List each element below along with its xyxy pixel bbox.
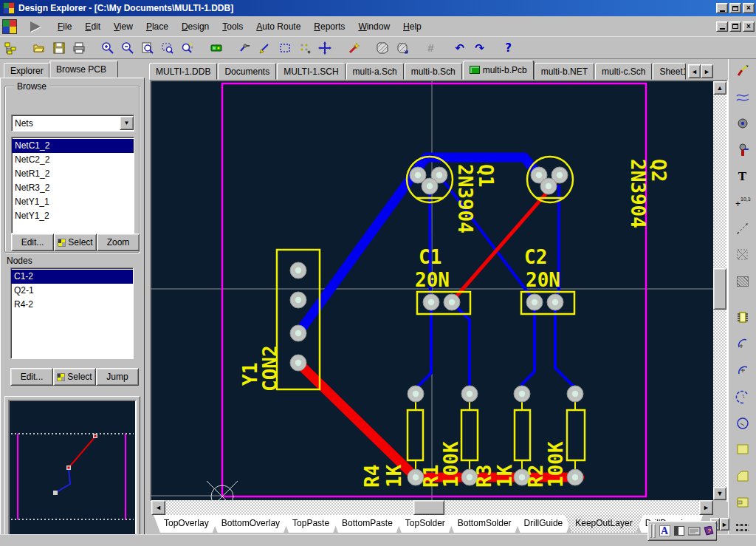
list-item-net[interactable]: NetC1_2 [12, 139, 134, 153]
place-fill-button[interactable] [732, 441, 753, 458]
help-book-button[interactable]: ? [701, 524, 716, 539]
close-button[interactable]: × [743, 3, 755, 13]
scroll-down-button[interactable]: ▼ [713, 487, 726, 500]
label-q1-ref[interactable]: Q1 [475, 164, 497, 187]
pad[interactable] [567, 469, 583, 485]
outline-r4[interactable] [408, 410, 423, 460]
doc-tab-scroll-right[interactable]: ► [701, 64, 713, 78]
label-q1-value[interactable]: 2N3904 [454, 164, 476, 233]
place-pad-button[interactable] [732, 115, 753, 132]
menu-place[interactable]: Place [140, 17, 175, 36]
pad[interactable] [290, 355, 306, 371]
document-icon[interactable] [2, 19, 17, 34]
help-button[interactable]: ? [498, 38, 518, 58]
deselect-button[interactable] [295, 38, 315, 58]
place-track-button[interactable] [732, 63, 753, 80]
menu-reports[interactable]: Reports [307, 17, 351, 36]
toggle-grid-button[interactable]: # [421, 38, 441, 58]
place-coordinate-button[interactable]: 10,10+ [732, 194, 753, 211]
move-button[interactable] [315, 38, 334, 58]
pad[interactable] [408, 386, 424, 402]
combo-dropdown-button[interactable]: ▼ [120, 116, 134, 130]
place-dimension-button[interactable] [732, 220, 753, 237]
select-area-button[interactable] [275, 38, 295, 58]
tab-browse-pcb[interactable]: Browse PCB [49, 61, 118, 78]
zoom-in-button[interactable] [97, 38, 117, 58]
zoom-selection-button[interactable] [177, 38, 197, 58]
outline-r2[interactable] [567, 410, 585, 460]
child-restore-button[interactable] [729, 21, 741, 32]
menu-help[interactable]: Help [396, 17, 428, 36]
node-jump-button[interactable]: Jump [96, 368, 139, 386]
label-c2-value[interactable]: 20N [526, 269, 560, 291]
doc-tab-multi1-sch[interactable]: MULTI-1.SCH [277, 63, 345, 80]
label-r3-ref[interactable]: R3 [473, 465, 495, 488]
browse-mode-combo[interactable]: Nets ▼ [11, 115, 134, 132]
list-item-net[interactable]: NetR1_2 [12, 167, 134, 181]
label-r1-ref[interactable]: R1 [420, 465, 442, 488]
net-zoom-button[interactable]: Zoom [97, 233, 140, 251]
doc-tab-documents[interactable]: Documents [218, 63, 276, 80]
layer-tab-scroll-right[interactable]: ► [720, 518, 729, 530]
pad[interactable] [290, 325, 306, 341]
layer-tab-drillguide[interactable]: DrillGuide [514, 515, 574, 533]
trace-blue[interactable] [555, 302, 575, 392]
vertical-scrollbar[interactable]: ▲ ▼ [713, 81, 726, 500]
place-arc-center-button[interactable] [732, 362, 753, 379]
open-document-button[interactable] [29, 38, 49, 58]
redo-button[interactable]: ↷ [470, 38, 489, 58]
layer-tab-toppaste[interactable]: TopPaste [282, 515, 340, 533]
zoom-area-button[interactable] [157, 38, 177, 58]
menu-view[interactable]: View [107, 17, 140, 36]
place-fill-hatched-button[interactable] [732, 273, 753, 290]
place-polygon-plane-button[interactable] [732, 467, 753, 484]
layer-tab-keepoutlayer[interactable]: KeepOutLayer [565, 515, 642, 533]
floating-toolbar[interactable]: A ? [647, 521, 717, 541]
polygon-repour-button[interactable] [392, 38, 412, 58]
keyboard-button[interactable] [687, 524, 701, 539]
menu-file[interactable]: File [51, 17, 78, 36]
list-item-node[interactable]: Q2-1 [11, 284, 133, 298]
panel-toggle-button[interactable] [672, 524, 687, 539]
child-minimize-button[interactable] [716, 21, 728, 32]
place-via-button[interactable] [732, 142, 753, 159]
zoom-all-button[interactable] [137, 38, 157, 58]
zoom-out-button[interactable] [117, 38, 137, 58]
list-item-net[interactable]: NetY1_1 [12, 195, 134, 209]
net-preview-minimap[interactable] [4, 396, 140, 542]
trace-blue[interactable] [522, 302, 535, 392]
node-edit-button[interactable]: Edit... [10, 368, 53, 386]
pad[interactable] [290, 262, 306, 279]
place-room-button[interactable] [732, 247, 753, 264]
list-item-node[interactable]: C1-2 [11, 270, 133, 284]
scroll-right-button[interactable]: ► [699, 500, 713, 515]
label-y1-ref[interactable]: Y1 [239, 363, 261, 386]
label-r3-value[interactable]: 1K [494, 464, 516, 488]
minimize-button[interactable] [716, 3, 728, 13]
menu-edit[interactable]: Edit [78, 17, 107, 36]
net-select-button[interactable]: Select [54, 233, 97, 251]
trace-blue[interactable] [439, 175, 533, 299]
pad[interactable] [461, 386, 478, 402]
top-layer-traces[interactable] [298, 178, 580, 477]
pcb-canvas[interactable]: Q1 2N3904 Q2 2N3904 C1 20N C2 20N Y1 CON… [151, 81, 713, 500]
node-select-button[interactable]: Select [53, 368, 96, 386]
label-c2-ref[interactable]: C2 [524, 246, 547, 268]
label-y1-value[interactable]: CON2 [259, 345, 281, 392]
horizontal-scrollbar[interactable]: ◄ ► [151, 500, 713, 515]
pads[interactable] [290, 167, 583, 485]
label-r1-value[interactable]: 100K [440, 441, 462, 488]
save-button[interactable] [49, 38, 69, 58]
doc-tab-multi-a-sch[interactable]: multi-a.Sch [346, 63, 404, 80]
vertical-scroll-thumb[interactable] [713, 268, 726, 310]
menu-tools[interactable]: Tools [216, 17, 250, 36]
pad[interactable] [547, 294, 563, 310]
wizard-button[interactable] [343, 38, 363, 58]
layer-tab-bottompaste[interactable]: BottomPaste [331, 515, 403, 533]
trace-blue[interactable] [452, 302, 470, 392]
layer-tab-bottomoverlay[interactable]: BottomOverlay [211, 515, 290, 533]
explorer-toggle-button[interactable] [0, 38, 20, 58]
list-item-net[interactable]: NetC2_2 [12, 153, 134, 167]
browse-board-button[interactable] [206, 38, 226, 58]
list-item-net[interactable]: NetY1_2 [12, 209, 134, 223]
